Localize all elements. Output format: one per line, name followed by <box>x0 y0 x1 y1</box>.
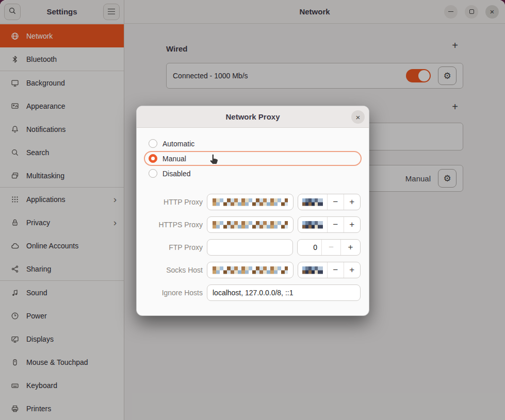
port-value[interactable] <box>298 262 328 278</box>
port-decrease-button[interactable]: − <box>328 217 344 232</box>
port-value[interactable]: 0 <box>298 240 322 255</box>
redacted-host-value <box>213 221 288 229</box>
close-icon: × <box>356 113 361 122</box>
http-proxy-port-spinner: −+ <box>298 194 361 210</box>
field-label: Socks Host <box>145 266 203 274</box>
radio-unchecked-icon[interactable] <box>149 169 157 178</box>
field-label: HTTP Proxy <box>145 198 203 206</box>
radio-option-label: Automatic <box>162 140 194 148</box>
ftp-proxy-input[interactable] <box>207 239 293 256</box>
form-row-socks-host: Socks Host−+ <box>145 262 361 278</box>
port-increase-button[interactable]: + <box>344 217 360 232</box>
redacted-port-value <box>302 221 323 229</box>
dialog-close-button[interactable]: × <box>351 110 365 124</box>
network-proxy-dialog: Network Proxy × AutomaticManualDisabled … <box>136 106 369 316</box>
mouse-cursor-icon <box>207 153 221 169</box>
port-decrease-button[interactable]: − <box>322 240 341 255</box>
field-label: HTTPS Proxy <box>145 221 203 229</box>
redacted-host-value <box>213 266 288 274</box>
settings-window: Settings NetworkBluetoothBackgroundAppea… <box>0 0 505 420</box>
radio-option-disabled[interactable]: Disabled <box>144 166 362 181</box>
radio-option-label: Disabled <box>162 170 190 178</box>
radio-checked-icon[interactable] <box>149 154 157 163</box>
port-value[interactable] <box>298 217 328 232</box>
port-increase-button[interactable]: + <box>344 262 360 278</box>
socks-host-input[interactable] <box>207 262 294 278</box>
https-proxy-input[interactable] <box>207 216 294 233</box>
ignore-hosts-input[interactable]: localhost, 127.0.0.0/8, ::1 <box>207 284 361 301</box>
redacted-port-value <box>302 266 323 274</box>
ftp-proxy-port-spinner: 0−+ <box>297 239 361 256</box>
port-increase-button[interactable]: + <box>341 240 360 255</box>
radio-option-label: Manual <box>162 155 186 163</box>
port-increase-button[interactable]: + <box>344 194 360 210</box>
form-row-http-proxy: HTTP Proxy−+ <box>145 194 361 210</box>
port-value[interactable] <box>298 194 328 210</box>
form-row-https-proxy: HTTPS Proxy−+ <box>145 216 361 233</box>
radio-unchecked-icon[interactable] <box>149 139 157 148</box>
radio-option-manual[interactable]: Manual <box>144 151 362 166</box>
field-label: Ignore Hosts <box>145 289 203 297</box>
socks-host-port-spinner: −+ <box>298 262 361 278</box>
proxy-form: HTTP Proxy−+HTTPS Proxy−+FTP Proxy0−+Soc… <box>137 194 369 301</box>
radio-option-automatic[interactable]: Automatic <box>144 136 362 151</box>
proxy-mode-options: AutomaticManualDisabled <box>144 136 362 181</box>
port-decrease-button[interactable]: − <box>328 194 344 210</box>
dialog-title: Network Proxy <box>225 112 280 121</box>
https-proxy-port-spinner: −+ <box>298 216 361 233</box>
field-label: FTP Proxy <box>145 243 203 251</box>
form-row-ftp-proxy: FTP Proxy0−+ <box>145 239 361 256</box>
field-value: localhost, 127.0.0.0/8, ::1 <box>213 289 293 297</box>
redacted-port-value <box>302 198 323 206</box>
dialog-headerbar: Network Proxy × <box>137 106 369 128</box>
http-proxy-input[interactable] <box>207 194 294 210</box>
port-decrease-button[interactable]: − <box>328 262 344 278</box>
redacted-host-value <box>213 198 288 206</box>
form-row-ignore-hosts: Ignore Hostslocalhost, 127.0.0.0/8, ::1 <box>145 284 361 301</box>
